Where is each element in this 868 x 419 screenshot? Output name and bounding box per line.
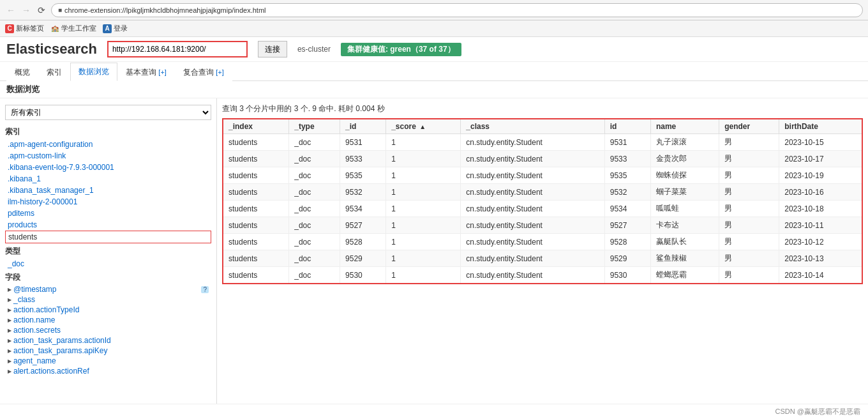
sidebar-item-kibana-task-manager[interactable]: .kibana_task_manager_1 xyxy=(5,185,211,196)
connect-button[interactable]: 连接 xyxy=(258,41,287,57)
table-header-row: _index _type _id _score ▲ _class id name… xyxy=(223,119,862,134)
bookmark-login[interactable]: A 登录 xyxy=(103,24,128,33)
cell-id: 9528 xyxy=(340,234,386,250)
cell-class: cn.study.entity.Student xyxy=(461,184,604,201)
table-row[interactable]: students_doc95351cn.study.entity.Student… xyxy=(223,167,862,184)
cell-id2: 9533 xyxy=(604,151,650,167)
table-row[interactable]: students_doc95321cn.study.entity.Student… xyxy=(223,184,862,201)
field-item-agent-name[interactable]: ▶ agent_name xyxy=(5,356,211,366)
col-score[interactable]: _score ▲ xyxy=(386,119,461,134)
cell-name: 螳螂恶霸 xyxy=(650,267,719,284)
sidebar-item-kibana-1[interactable]: .kibana_1 xyxy=(5,173,211,185)
bookmark-login-icon: A xyxy=(103,24,112,33)
table-row[interactable]: students_doc95281cn.study.entity.Student… xyxy=(223,234,862,250)
cell-birthDate: 2023-10-18 xyxy=(779,201,862,217)
cell-class: cn.study.entity.Student xyxy=(461,234,604,250)
table-row[interactable]: students_doc95341cn.study.entity.Student… xyxy=(223,201,862,217)
cell-id: 9533 xyxy=(340,151,386,167)
cell-index: students xyxy=(223,151,289,167)
app-title: Elasticsearch xyxy=(6,41,97,57)
bookmark-workspace[interactable]: 🏫 学生工作室 xyxy=(50,24,96,33)
forward-button[interactable]: → xyxy=(20,4,32,16)
cell-index: students xyxy=(223,234,289,250)
field-item-action-task-params-apiKey[interactable]: ▶ action_task_params.apiKey xyxy=(5,346,211,356)
footer: CSDN @蠃艇恶霸不是恶霸 xyxy=(0,404,868,419)
cell-gender: 男 xyxy=(719,167,779,184)
tab-data-browse[interactable]: 数据浏览 xyxy=(70,63,117,81)
cell-id2: 9531 xyxy=(604,134,650,151)
tab-basic-query[interactable]: 基本查询 [+] xyxy=(117,63,175,81)
table-row[interactable]: students_doc95291cn.study.entity.Student… xyxy=(223,250,862,267)
bookmark-login-label: 登录 xyxy=(114,24,128,33)
footer-text: CSDN @蠃艇恶霸不是恶霸 xyxy=(775,408,860,415)
tab-indices[interactable]: 索引 xyxy=(38,63,70,81)
col-id2: id xyxy=(604,119,650,134)
table-row[interactable]: students_doc95271cn.study.entity.Student… xyxy=(223,217,862,234)
back-button[interactable]: ← xyxy=(5,4,17,16)
sort-arrow-icon: ▲ xyxy=(419,123,426,130)
cell-type: _doc xyxy=(289,134,340,151)
col-name: name xyxy=(650,119,719,134)
cell-score: 1 xyxy=(386,167,461,184)
cell-type: _doc xyxy=(289,250,340,267)
cell-birthDate: 2023-10-14 xyxy=(779,267,862,284)
cell-score: 1 xyxy=(386,217,461,234)
cell-name: 蜘蛛侦探 xyxy=(650,167,719,184)
sidebar-index-section-title: 索引 xyxy=(5,126,211,137)
data-panel: 查询 3 个分片中用的 3 个. 9 命中. 耗时 0.004 秒 _index… xyxy=(217,98,868,404)
table-row[interactable]: students_doc95331cn.study.entity.Student… xyxy=(223,151,862,167)
url-text: chrome-extension://lpikgljmkhcldbhojmnea… xyxy=(64,6,266,14)
cell-id2: 9530 xyxy=(604,267,650,284)
compound-query-plus-icon: [+] xyxy=(216,68,224,76)
cell-type: _doc xyxy=(289,151,340,167)
cell-id2: 9532 xyxy=(604,184,650,201)
col-id: _id xyxy=(340,119,386,134)
sidebar-item-students[interactable]: students xyxy=(5,231,211,243)
reload-button[interactable]: ⟳ xyxy=(36,4,47,16)
nav-tabs: 概览 索引 数据浏览 基本查询 [+] 复合查询 [+] xyxy=(0,62,868,81)
sidebar-item-ilm-history[interactable]: ilm-history-2-000001 xyxy=(5,196,211,208)
table-row[interactable]: students_doc95301cn.study.entity.Student… xyxy=(223,267,862,284)
sidebar-item-apm-custom-link[interactable]: .apm-custom-link xyxy=(5,150,211,162)
cell-id: 9527 xyxy=(340,217,386,234)
es-url-input[interactable] xyxy=(107,41,248,57)
bookmark-new-tab[interactable]: C 新标签页 xyxy=(5,24,44,33)
browser-bar: ← → ⟳ ■ chrome-extension://lpikgljmkhcld… xyxy=(0,0,868,20)
field-item-action-task-params-actionId[interactable]: ▶ action_task_params.actionId xyxy=(5,335,211,346)
sidebar-type-section-title: 类型 xyxy=(5,246,211,257)
field-item-action-name[interactable]: ▶ action.name xyxy=(5,315,211,325)
cell-id2: 9529 xyxy=(604,250,650,267)
cell-birthDate: 2023-10-12 xyxy=(779,234,862,250)
field-triangle-icon: ▶ xyxy=(8,338,11,344)
cell-type: _doc xyxy=(289,201,340,217)
sidebar-item-kibana-event-log[interactable]: .kibana-event-log-7.9.3-000001 xyxy=(5,162,211,173)
cell-class: cn.study.entity.Student xyxy=(461,134,604,151)
cell-id: 9529 xyxy=(340,250,386,267)
col-gender: gender xyxy=(719,119,779,134)
cell-gender: 男 xyxy=(719,267,779,284)
tab-compound-query[interactable]: 复合查询 [+] xyxy=(175,63,232,81)
cell-index: students xyxy=(223,134,289,151)
cell-birthDate: 2023-10-19 xyxy=(779,167,862,184)
url-bar[interactable]: ■ chrome-extension://lpikgljmkhcldbhojmn… xyxy=(51,3,863,17)
bookmarks-bar: C 新标签页 🏫 学生工作室 A 登录 xyxy=(0,20,868,37)
index-select[interactable]: 所有索引 xyxy=(5,105,211,120)
cell-gender: 男 xyxy=(719,201,779,217)
table-row[interactable]: students_doc95311cn.study.entity.Student… xyxy=(223,134,862,151)
field-item-action-secrets[interactable]: ▶ action.secrets xyxy=(5,325,211,335)
field-item-timestamp[interactable]: ▶ @timestamp ? xyxy=(5,284,211,294)
tab-overview[interactable]: 概览 xyxy=(6,63,38,81)
sidebar-item-products[interactable]: products xyxy=(5,219,211,231)
cell-score: 1 xyxy=(386,151,461,167)
basic-query-plus-icon: [+] xyxy=(158,68,167,76)
sidebar-item-apm-agent-config[interactable]: .apm-agent-configuration xyxy=(5,139,211,150)
field-item-action-actionTypeId[interactable]: ▶ action.actionTypeId xyxy=(5,305,211,315)
field-item-class[interactable]: ▶ _class xyxy=(5,294,211,305)
cell-birthDate: 2023-10-11 xyxy=(779,217,862,234)
field-item-alert-actions-actionRef[interactable]: ▶ alert.actions.actionRef xyxy=(5,366,211,376)
sidebar-item-doc[interactable]: _doc xyxy=(5,258,211,270)
sidebar-item-pditems[interactable]: pditems xyxy=(5,208,211,219)
cell-score: 1 xyxy=(386,201,461,217)
cell-score: 1 xyxy=(386,184,461,201)
cell-score: 1 xyxy=(386,250,461,267)
